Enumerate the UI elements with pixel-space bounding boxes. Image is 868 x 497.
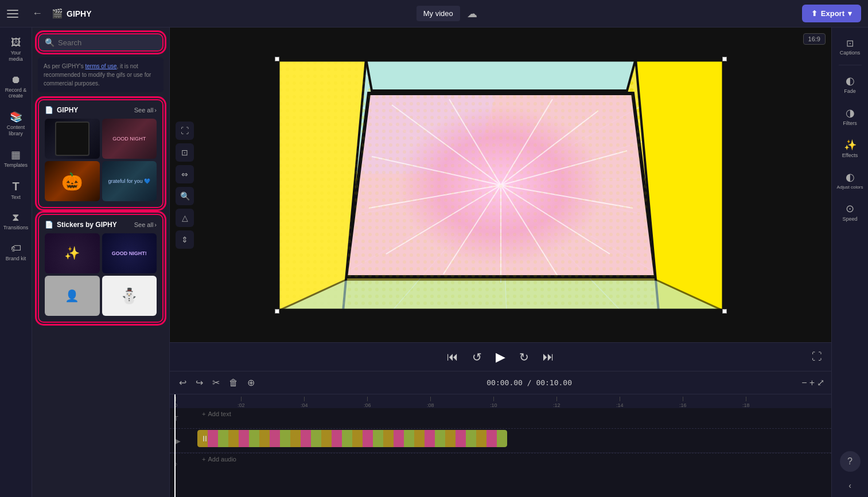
text-track-area[interactable]: + Add text <box>197 408 827 428</box>
sidebar-item-your-media[interactable]: 🖼 Your media <box>1 32 31 67</box>
video-clip[interactable]: ⏸ <box>197 430 507 447</box>
crop-tool-button[interactable]: ⊡ <box>176 143 194 162</box>
resize-handle-tr[interactable] <box>722 57 727 61</box>
terms-notice: As per GIPHY's terms of use, it is not r… <box>38 57 164 92</box>
export-chevron-icon: ▾ <box>848 9 852 18</box>
flip-tool-button[interactable]: ⇔ <box>176 165 194 183</box>
export-button[interactable]: ⬆ Export ▾ <box>802 5 861 22</box>
sidebar-item-speed[interactable]: ⊙ Speed <box>833 197 867 228</box>
captions-label: Captions <box>840 50 861 56</box>
help-button[interactable]: ? <box>840 451 861 472</box>
adjust-colors-label: Adjust colors <box>837 185 863 190</box>
timeline-toolbar: ↩ ↪ ✂ 🗑 ⊕ 00:00.00 / 00:10.00 − + ⤢ <box>170 371 831 394</box>
collapse-sidebar-button[interactable]: ‹ <box>846 479 854 492</box>
sticker-item[interactable]: 👤 <box>45 276 100 316</box>
canvas-tools: ⛶ ⊡ ⇔ 🔍 △ ⇕ <box>176 122 194 249</box>
zoom-in-button[interactable]: + <box>809 378 815 388</box>
sidebar-item-templates[interactable]: ▦ Templates <box>1 144 31 173</box>
sticker-item[interactable]: ⛄ <box>102 276 157 316</box>
content-library-icon: 📚 <box>10 111 22 123</box>
effects-icon: ✨ <box>844 139 857 151</box>
gif-item[interactable] <box>45 119 100 159</box>
sidebar-item-record-create[interactable]: ⏺ Record & create <box>1 69 31 104</box>
sidebar-item-transitions[interactable]: ⧗ Transitions <box>1 207 31 236</box>
audio-track-icon: ♪ <box>174 460 178 467</box>
sidebar-item-label: Brand kit <box>6 256 26 262</box>
sidebar-item-label: Record & create <box>3 87 29 100</box>
cloud-button[interactable]: ☁ <box>467 7 477 20</box>
audio-track-label: ♪ <box>174 460 197 467</box>
resize-handle-tl[interactable] <box>275 57 279 61</box>
app-title: GIPHY <box>67 9 92 18</box>
ruler-mark: :12 <box>553 397 560 408</box>
brand-kit-icon: 🏷 <box>11 242 21 255</box>
zoom-tool-button[interactable]: 🔍 <box>176 187 194 205</box>
tab-my-video[interactable]: My video <box>417 6 460 21</box>
zoom-out-button[interactable]: − <box>801 378 807 388</box>
fullscreen-button[interactable]: ⛶ <box>812 351 822 363</box>
fit-timeline-button[interactable]: ⤢ <box>817 377 824 388</box>
export-icon: ⬆ <box>811 9 818 18</box>
ruler-mark: :02 <box>238 397 245 408</box>
sidebar-item-fade[interactable]: ◐ Fade <box>833 69 867 100</box>
gif-item[interactable]: GOOD NIGHT <box>102 119 157 159</box>
sidebar-item-effects[interactable]: ✨ Effects <box>833 133 867 164</box>
gif-item[interactable]: grateful for you 💙 <box>102 161 157 201</box>
redo-button[interactable]: ↪ <box>193 375 205 390</box>
search-box[interactable]: 🔍 <box>38 33 164 52</box>
ruler-mark: :04 <box>301 397 308 408</box>
ruler-mark: :16 <box>679 397 687 408</box>
skip-to-end-button[interactable]: ⏭ <box>540 348 556 366</box>
resize-handle-bl[interactable] <box>275 309 279 314</box>
skip-to-start-button[interactable]: ⏮ <box>445 348 461 366</box>
stickers-see-all-button[interactable]: See all › <box>134 221 157 228</box>
sidebar-item-adjust-colors[interactable]: ◐ Adjust colors <box>833 165 867 195</box>
sidebar-item-content-library[interactable]: 📚 Content library <box>1 106 31 142</box>
speed-icon: ⊙ <box>846 202 854 215</box>
fast-forward-button[interactable]: ↻ <box>517 348 531 366</box>
transform-tool-button[interactable]: △ <box>176 209 194 227</box>
playback-bar: ⏮ ↺ ▶ ↻ ⏭ ⛶ <box>170 342 831 371</box>
search-input[interactable] <box>58 38 157 47</box>
record-icon: ⏺ <box>11 74 21 86</box>
flip-vertical-button[interactable]: ⇕ <box>176 230 194 249</box>
terms-link[interactable]: terms of use <box>85 63 117 69</box>
fade-label: Fade <box>844 88 856 94</box>
delete-button[interactable]: 🗑 <box>227 375 240 390</box>
chevron-right-icon: › <box>154 107 157 114</box>
video-track-icon: ▶ <box>174 436 181 445</box>
gif-item[interactable]: 🎃 <box>45 161 100 201</box>
filters-icon: ◑ <box>846 107 855 119</box>
sidebar-item-label: Templates <box>4 162 28 169</box>
undo-button[interactable]: ↩ <box>177 375 189 390</box>
ruler-mark: :06 <box>364 397 371 408</box>
fit-tool-button[interactable]: ⛶ <box>176 122 194 140</box>
giphy-section: 📄 GIPHY See all › GOOD NIGHT <box>38 99 164 208</box>
svg-marker-39 <box>277 280 725 311</box>
play-button[interactable]: ▶ <box>493 347 508 367</box>
video-track-label: ▶ <box>174 436 197 445</box>
sidebar-item-brand-kit[interactable]: 🏷 Brand kit <box>1 238 31 267</box>
rewind-button[interactable]: ↺ <box>470 348 484 366</box>
cut-button[interactable]: ✂ <box>210 375 222 390</box>
extra-button[interactable]: ⊕ <box>245 375 257 390</box>
resize-handle-br[interactable] <box>722 309 727 314</box>
ruler-mark: :18 <box>742 397 750 408</box>
effects-label: Effects <box>842 152 858 158</box>
sticker-item[interactable]: GOOD NIGHT! <box>102 233 157 273</box>
sticker-item[interactable]: ✨ <box>45 233 100 273</box>
sidebar-item-captions[interactable]: ⊡ Captions <box>833 32 867 61</box>
timeline-content[interactable]: 0 :02 :04 :06 :08 :10 :12 :14 :16 :18 T <box>170 394 831 497</box>
add-audio-button[interactable]: + Add audio <box>197 453 241 465</box>
add-text-button[interactable]: + Add text <box>197 408 236 420</box>
giphy-see-all-button[interactable]: See all › <box>134 107 157 114</box>
sidebar-item-filters[interactable]: ◑ Filters <box>833 101 867 132</box>
hamburger-menu-button[interactable] <box>7 6 23 22</box>
fade-icon: ◐ <box>846 75 855 87</box>
timeline-ruler: 0 :02 :04 :06 :08 :10 :12 :14 :16 :18 <box>170 394 831 408</box>
video-track-area[interactable]: ⏸ <box>197 429 827 452</box>
back-button[interactable]: ← <box>30 5 45 22</box>
audio-track-area[interactable]: + Add audio <box>197 453 827 473</box>
zoom-controls: − + ⤢ <box>801 377 824 388</box>
sidebar-item-text[interactable]: T Text <box>1 175 31 205</box>
